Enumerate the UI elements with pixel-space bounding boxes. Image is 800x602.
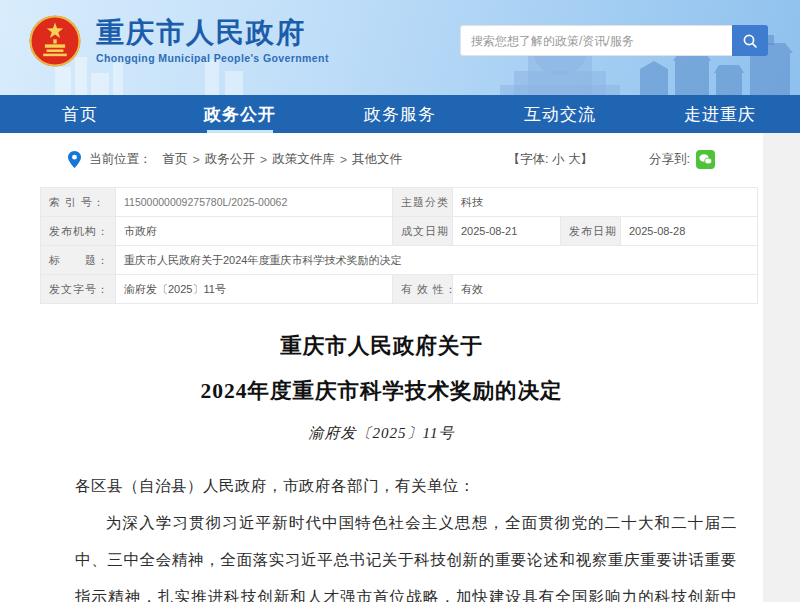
nav-item-government-affairs[interactable]: 政务公开 bbox=[160, 95, 320, 133]
nav-item-interaction[interactable]: 互动交流 bbox=[480, 95, 640, 133]
issuing-agency-label: 发布机构： bbox=[41, 217, 116, 246]
validity-label: 有 效 性： bbox=[393, 275, 453, 304]
document-title-line2: 2024年度重庆市科学技术奖励的决定 bbox=[0, 379, 763, 405]
breadcrumb-item-other-documents[interactable]: 其他文件 bbox=[352, 151, 402, 168]
breadcrumb-item-gov-affairs[interactable]: 政务公开 bbox=[205, 151, 255, 168]
nav-item-home[interactable]: 首页 bbox=[0, 95, 160, 133]
written-date-value: 2025-08-21 bbox=[453, 217, 561, 246]
written-date-label: 成文日期： bbox=[393, 217, 453, 246]
nav-item-services[interactable]: 政务服务 bbox=[320, 95, 480, 133]
font-smaller-button[interactable]: 小 bbox=[552, 152, 565, 166]
content-container: 当前位置： 首页 > 政务公开 > 政策文件库 > 其他文件 【字体: 小 大】… bbox=[0, 133, 763, 602]
index-number-label: 索 引 号： bbox=[41, 188, 116, 217]
breadcrumb-separator: > bbox=[260, 153, 267, 167]
search-icon bbox=[742, 33, 758, 49]
document-number: 渝府发〔2025〕11号 bbox=[0, 424, 763, 443]
nav-item-about-chongqing[interactable]: 走进重庆 bbox=[640, 95, 800, 133]
document-salutation: 各区县（自治县）人民政府，市政府各部门，有关单位： bbox=[75, 467, 737, 504]
topic-category-value: 科技 bbox=[453, 188, 758, 217]
title-value: 重庆市人民政府关于2024年度重庆市科学技术奖励的决定 bbox=[116, 246, 758, 275]
publish-date-label: 发布日期： bbox=[561, 217, 621, 246]
doc-number-value: 渝府发〔2025〕11号 bbox=[116, 275, 393, 304]
publish-date-value: 2025-08-28 bbox=[621, 217, 758, 246]
title-label: 标 题： bbox=[41, 246, 116, 275]
site-title: 重庆市人民政府 bbox=[96, 18, 329, 49]
search-input[interactable] bbox=[460, 25, 732, 56]
table-row: 索 引 号： 11500000009275780L/2025-00062 主题分… bbox=[41, 188, 758, 217]
share-label: 分享到: bbox=[649, 151, 690, 168]
breadcrumb-prefix: 当前位置： bbox=[89, 151, 152, 168]
search-bar bbox=[460, 25, 768, 56]
issuing-agency-value: 市政府 bbox=[116, 217, 393, 246]
page-tools: 【字体: 小 大】 分享到: bbox=[508, 150, 715, 169]
location-pin-icon bbox=[68, 151, 81, 168]
breadcrumb-item-policy-library[interactable]: 政策文件库 bbox=[272, 151, 335, 168]
doc-number-label: 发文字号： bbox=[41, 275, 116, 304]
index-number-value: 11500000009275780L/2025-00062 bbox=[116, 188, 393, 217]
document-meta-table: 索 引 号： 11500000009275780L/2025-00062 主题分… bbox=[40, 187, 758, 304]
document-text: 各区县（自治县）人民政府，市政府各部门，有关单位： 为深入学习贯彻习近平新时代中… bbox=[0, 467, 763, 602]
font-size-label: 【字体: bbox=[508, 152, 549, 166]
document-body-section: 重庆市人民政府关于 2024年度重庆市科学技术奖励的决定 渝府发〔2025〕11… bbox=[0, 304, 763, 602]
wechat-icon bbox=[699, 154, 712, 165]
site-logo[interactable]: 重庆市人民政府 Chongqing Municipal People's Gov… bbox=[28, 14, 329, 68]
site-title-english: Chongqing Municipal People's Government bbox=[96, 52, 329, 64]
national-emblem-icon bbox=[28, 14, 82, 68]
search-button[interactable] bbox=[732, 25, 768, 56]
font-size-widget: 【字体: 小 大】 bbox=[508, 151, 593, 168]
topic-category-label: 主题分类： bbox=[393, 188, 453, 217]
table-row: 发文字号： 渝府发〔2025〕11号 有 效 性： 有效 bbox=[41, 275, 758, 304]
wechat-share-button[interactable] bbox=[696, 150, 715, 169]
breadcrumb: 当前位置： 首页 > 政务公开 > 政策文件库 > 其他文件 【字体: 小 大】… bbox=[0, 133, 763, 181]
table-row: 发布机构： 市政府 成文日期： 2025-08-21 发布日期： 2025-08… bbox=[41, 217, 758, 246]
breadcrumb-separator: > bbox=[193, 153, 200, 167]
breadcrumb-separator: > bbox=[340, 153, 347, 167]
validity-value: 有效 bbox=[453, 275, 758, 304]
table-row: 标 题： 重庆市人民政府关于2024年度重庆市科学技术奖励的决定 bbox=[41, 246, 758, 275]
document-paragraph: 为深入学习贯彻习近平新时代中国特色社会主义思想，全面贯彻党的二十大和二十届二中、… bbox=[75, 504, 737, 602]
main-nav: 首页 政务公开 政务服务 互动交流 走进重庆 bbox=[0, 95, 800, 133]
site-header: 重庆市人民政府 Chongqing Municipal People's Gov… bbox=[0, 0, 800, 95]
font-larger-button[interactable]: 大】 bbox=[568, 152, 593, 166]
breadcrumb-item-home[interactable]: 首页 bbox=[163, 151, 188, 168]
document-title-line1: 重庆市人民政府关于 bbox=[0, 334, 763, 360]
